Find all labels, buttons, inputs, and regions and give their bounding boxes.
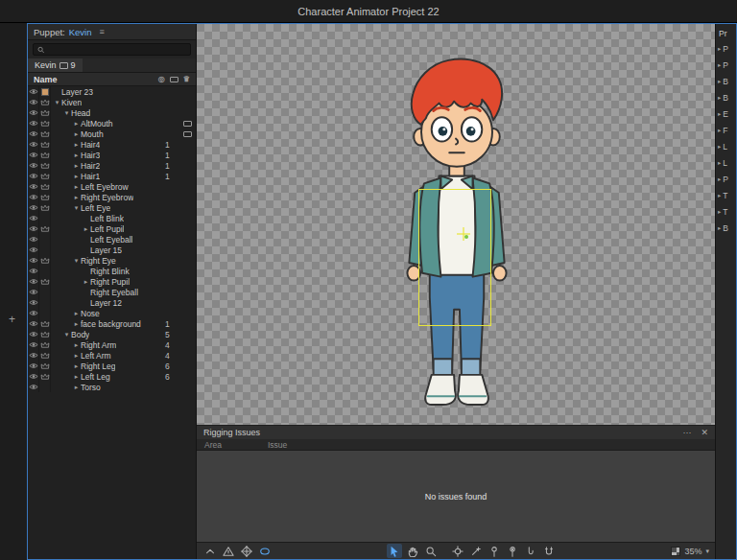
- tree-row[interactable]: ▾Kiven: [28, 97, 196, 107]
- visibility-toggle[interactable]: [28, 297, 39, 308]
- behavior-item[interactable]: ▸P: [716, 171, 736, 187]
- visibility-toggle[interactable]: [28, 329, 39, 339]
- tab-kevin[interactable]: Kevin 9: [28, 58, 83, 72]
- crown-toggle[interactable]: [39, 245, 51, 255]
- behavior-item[interactable]: ▸E: [716, 105, 736, 122]
- tree-row[interactable]: Right Eyeball: [28, 287, 196, 297]
- expand-chevron-icon[interactable]: ▸: [72, 352, 81, 360]
- tree-row[interactable]: ▸Right Pupil: [28, 276, 196, 287]
- tree-row[interactable]: ▸Left Leg6: [28, 371, 196, 382]
- visibility-toggle[interactable]: [28, 371, 39, 382]
- expand-chevron-icon[interactable]: ▾: [53, 99, 61, 106]
- crown-toggle[interactable]: [39, 107, 51, 118]
- crown-toggle[interactable]: [39, 97, 51, 107]
- search-input[interactable]: [47, 45, 186, 55]
- expand-chevron-icon[interactable]: ▸: [72, 194, 81, 201]
- origin-tool[interactable]: [450, 544, 465, 558]
- expand-chevron-icon[interactable]: ▾: [62, 331, 71, 338]
- crown-toggle[interactable]: [39, 308, 51, 318]
- crown-toggle[interactable]: [39, 213, 51, 223]
- visibility-toggle[interactable]: [28, 234, 39, 245]
- mesh-toggle-icon[interactable]: [239, 544, 254, 558]
- crown-toggle[interactable]: [39, 150, 51, 160]
- crown-toggle[interactable]: [39, 287, 51, 297]
- crown-toggle[interactable]: [39, 139, 51, 150]
- visibility-toggle[interactable]: [28, 118, 39, 128]
- crown-column-icon[interactable]: ♛: [183, 75, 190, 83]
- collapse-chevron-icon[interactable]: [202, 544, 218, 558]
- tree-row[interactable]: ▸Hair31: [28, 150, 196, 160]
- crown-toggle[interactable]: [39, 339, 51, 350]
- tree-row[interactable]: ▸Mouth: [28, 128, 196, 139]
- visibility-toggle[interactable]: [28, 382, 39, 392]
- visibility-toggle[interactable]: [28, 276, 39, 287]
- expand-chevron-icon[interactable]: ▸: [82, 278, 90, 286]
- visibility-toggle[interactable]: [28, 86, 39, 97]
- visibility-toggle[interactable]: [28, 160, 39, 171]
- selection-rectangle[interactable]: [418, 189, 491, 326]
- crown-toggle[interactable]: [39, 255, 51, 266]
- visibility-toggle[interactable]: [28, 107, 39, 118]
- visibility-toggle[interactable]: [28, 181, 39, 192]
- visibility-toggle[interactable]: [28, 223, 39, 234]
- puppet-name-link[interactable]: Kevin: [69, 27, 92, 37]
- visibility-toggle[interactable]: [28, 361, 39, 371]
- tree-row[interactable]: ▸Hair41: [28, 139, 196, 150]
- expand-chevron-icon[interactable]: ▸: [72, 320, 81, 328]
- crown-toggle[interactable]: [39, 192, 51, 202]
- expand-chevron-icon[interactable]: ▸: [72, 141, 81, 149]
- visibility-toggle[interactable]: [28, 128, 39, 139]
- warning-icon[interactable]: [221, 544, 236, 558]
- expand-chevron-icon[interactable]: ▸: [72, 173, 81, 180]
- tree-row[interactable]: ▾Head: [28, 107, 196, 118]
- crown-toggle[interactable]: [39, 361, 51, 371]
- visibility-toggle[interactable]: [28, 318, 39, 329]
- zoom-control[interactable]: 35% ▾: [671, 547, 709, 556]
- visibility-toggle[interactable]: [28, 97, 39, 107]
- crown-toggle[interactable]: [39, 297, 51, 308]
- crown-toggle[interactable]: [39, 181, 51, 192]
- crown-toggle[interactable]: [39, 160, 51, 171]
- expand-chevron-icon[interactable]: ▸: [72, 341, 81, 349]
- visibility-toggle[interactable]: [28, 213, 39, 223]
- puppet-canvas[interactable]: [197, 24, 715, 425]
- tree-row[interactable]: Left Eyeball: [28, 234, 196, 245]
- attach-tool[interactable]: [541, 544, 557, 558]
- expand-chevron-icon[interactable]: ▸: [72, 183, 81, 191]
- tree-row[interactable]: Layer 23: [28, 86, 196, 97]
- pin-tool[interactable]: [487, 544, 502, 558]
- tree-row[interactable]: Layer 15: [28, 245, 196, 255]
- tree-row[interactable]: ▸Hair21: [28, 160, 196, 171]
- behavior-item[interactable]: ▸B: [716, 73, 736, 89]
- tree-row[interactable]: ▸Right Arm4: [28, 339, 196, 350]
- origin-handle[interactable]: [457, 227, 470, 241]
- crown-toggle[interactable]: [39, 223, 51, 234]
- panel-menu-icon[interactable]: ≡: [100, 27, 105, 36]
- visibility-toggle[interactable]: [28, 350, 39, 361]
- stick-tool[interactable]: [468, 544, 484, 558]
- visibility-toggle[interactable]: [28, 139, 39, 150]
- puppet-panel-header[interactable]: Puppet: Kevin ≡: [28, 24, 196, 40]
- tree-row[interactable]: ▸Nose: [28, 308, 196, 318]
- tree-row[interactable]: ▸Right Eyebrow: [28, 192, 196, 202]
- crown-toggle[interactable]: [39, 382, 51, 392]
- tree-row[interactable]: Left Blink: [28, 213, 196, 223]
- visibility-toggle[interactable]: [28, 171, 39, 181]
- handles-column-icon[interactable]: ◎: [158, 75, 165, 83]
- tree-row[interactable]: ▸Left Pupil: [28, 223, 196, 234]
- visibility-toggle[interactable]: [28, 287, 39, 297]
- add-panel-button[interactable]: +: [9, 313, 15, 326]
- crown-toggle[interactable]: [39, 86, 51, 97]
- zoom-level[interactable]: 35%: [684, 547, 701, 556]
- search-box[interactable]: [33, 43, 191, 56]
- camera-column-icon[interactable]: [170, 77, 178, 82]
- expand-chevron-icon[interactable]: ▸: [72, 152, 81, 159]
- visibility-toggle[interactable]: [28, 339, 39, 350]
- expand-chevron-icon[interactable]: ▸: [72, 130, 81, 138]
- visibility-toggle[interactable]: [28, 308, 39, 318]
- expand-chevron-icon[interactable]: ▸: [72, 162, 81, 170]
- tree-row[interactable]: Layer 12: [28, 297, 196, 308]
- crown-toggle[interactable]: [39, 128, 51, 139]
- behavior-item[interactable]: ▸P: [716, 40, 736, 57]
- tree-row[interactable]: ▾Body5: [28, 329, 196, 339]
